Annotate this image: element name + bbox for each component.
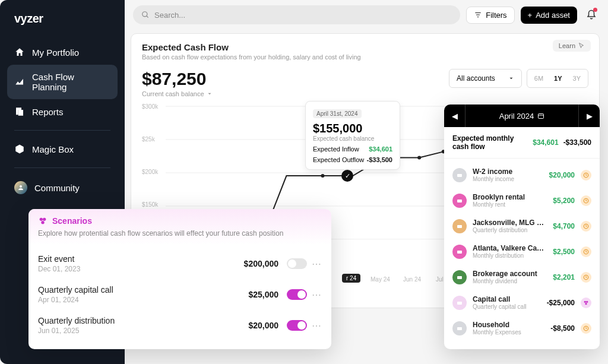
x-tick: May 24 — [370, 276, 390, 283]
search-input[interactable]: Search... — [133, 5, 460, 24]
scenario-amount: $25,000 — [248, 290, 278, 299]
sidebar-item-reports[interactable]: Reports — [0, 99, 125, 124]
next-month-button[interactable]: ▶ — [578, 105, 600, 127]
sidebar-item-cashflow[interactable]: Cash Flow Planning — [7, 65, 118, 99]
svg-rect-21 — [539, 114, 544, 119]
period-6m[interactable]: 6M — [530, 74, 548, 83]
learn-label: Learn — [559, 42, 575, 49]
item-amount: $2,500 — [553, 248, 575, 256]
item-desc: Monthly Expenses — [473, 329, 544, 335]
cashflow-item[interactable]: HouseholdMonthly Expenses-$8,500 — [452, 315, 591, 341]
item-amount: $5,200 — [553, 197, 575, 205]
item-desc: Monthly distribution — [473, 252, 547, 259]
tooltip-outflow: -$33,500 — [367, 156, 392, 163]
item-amount: $4,700 — [553, 222, 575, 230]
svg-point-19 — [43, 218, 46, 221]
scenario-menu-button[interactable]: ⋯ — [312, 289, 322, 300]
scenario-toggle[interactable] — [287, 289, 307, 300]
y-tick: $25k — [142, 136, 155, 143]
svg-rect-29 — [457, 251, 462, 254]
svg-rect-27 — [457, 225, 462, 228]
y-tick: $200k — [142, 169, 158, 175]
calendar-icon — [537, 112, 544, 119]
filter-icon — [474, 11, 482, 19]
scenario-menu-button[interactable]: ⋯ — [312, 320, 322, 331]
scenario-toggle[interactable] — [287, 320, 307, 331]
summary-outflow: -$33,500 — [563, 138, 591, 147]
filters-button[interactable]: Filters — [466, 7, 514, 24]
clock-icon — [581, 272, 591, 283]
sidebar-item-community[interactable]: Community — [0, 174, 125, 201]
cashflow-item[interactable]: Brooklyn rentalMonthly rent$5,200 — [452, 188, 591, 213]
svg-point-15 — [321, 174, 324, 178]
item-amount: -$25,000 — [547, 299, 575, 307]
item-name: Brokerage account — [473, 270, 547, 278]
item-desc: Monthly dividend — [473, 278, 547, 284]
logo: vyzer — [0, 12, 125, 40]
sidebar-item-magicbox[interactable]: Magic Box — [0, 137, 125, 162]
period-1y[interactable]: 1Y — [549, 74, 566, 83]
tooltip-outflow-label: Expected Outflow — [313, 156, 364, 163]
scenario-amount: $20,000 — [248, 321, 278, 330]
add-asset-button[interactable]: + Add asset — [521, 7, 577, 24]
scenario-name: Quarterly capital call — [38, 285, 113, 295]
cashflow-item[interactable]: Jacksonville, MLG CapitalQuarterly distr… — [452, 213, 591, 239]
svg-rect-23 — [457, 174, 462, 177]
community-icon — [14, 181, 27, 194]
scenario-toggle[interactable] — [287, 258, 307, 269]
item-icon — [452, 321, 467, 335]
svg-point-16 — [417, 156, 421, 159]
item-name: Capital call — [473, 295, 541, 303]
svg-rect-2 — [18, 110, 23, 116]
svg-rect-37 — [457, 327, 462, 330]
sidebar-item-portfolio[interactable]: My Portfolio — [0, 40, 125, 65]
cashflow-item[interactable]: Atlanta, Valkere CapitalMonthly distribu… — [452, 239, 591, 264]
scenarios-subtitle: Explore how protential cash flow scenari… — [38, 229, 322, 238]
item-icon — [452, 219, 467, 233]
period-3y[interactable]: 3Y — [568, 74, 585, 83]
clock-icon — [581, 170, 591, 181]
item-name: Household — [473, 321, 544, 329]
accounts-dropdown[interactable]: All accounts — [449, 69, 522, 88]
period-selector: 6M 1Y 3Y — [527, 69, 588, 88]
search-icon — [141, 11, 150, 19]
item-icon — [452, 245, 467, 259]
sidebar-item-label: Community — [34, 183, 80, 193]
svg-point-3 — [20, 185, 22, 188]
scenario-menu-button[interactable]: ⋯ — [312, 258, 322, 270]
clock-icon — [581, 195, 591, 206]
scenario-amount: $200,000 — [244, 259, 278, 268]
cashflow-item[interactable]: Capital callQuarterly capital call-$25,0… — [452, 290, 591, 315]
notifications-button[interactable] — [583, 7, 600, 23]
scenarios-icon — [38, 216, 48, 226]
item-icon — [452, 270, 467, 284]
item-amount: $2,201 — [553, 273, 575, 281]
learn-button[interactable]: Learn — [553, 40, 591, 52]
prev-month-button[interactable]: ◀ — [444, 105, 466, 127]
item-name: Jacksonville, MLG Capital — [473, 219, 547, 227]
card-title: Expected Cash Flow — [142, 42, 588, 52]
item-desc: Quarterly capital call — [473, 303, 541, 310]
card-subtitle: Based on cash flow expectations from you… — [142, 53, 588, 61]
item-desc: Quarterly distribution — [473, 227, 547, 233]
search-placeholder: Search... — [154, 11, 185, 20]
sidebar-item-label: Magic Box — [32, 144, 74, 154]
item-icon — [452, 194, 467, 208]
divider — [14, 167, 110, 168]
cashflow-item[interactable]: W-2 incomeMonthly income$20,000 — [452, 162, 591, 188]
svg-rect-25 — [457, 200, 462, 202]
item-amount: $20,000 — [549, 171, 575, 179]
item-name: Atlanta, Valkere Capital — [473, 244, 547, 252]
cashflow-item[interactable]: Brokerage accountMonthly dividend$2,201 — [452, 264, 591, 290]
divider — [14, 130, 110, 131]
scenarios-title: Scenarios — [52, 216, 92, 226]
svg-point-20 — [41, 221, 44, 224]
svg-point-35 — [586, 300, 588, 302]
sidebar-item-label: Reports — [32, 107, 64, 117]
balance-label[interactable]: Current cash balance — [142, 90, 213, 97]
add-asset-label: Add asset — [536, 11, 570, 20]
home-icon — [14, 47, 25, 58]
chevron-down-icon — [207, 91, 213, 97]
item-icon — [452, 296, 467, 310]
item-desc: Monthly income — [473, 176, 543, 182]
